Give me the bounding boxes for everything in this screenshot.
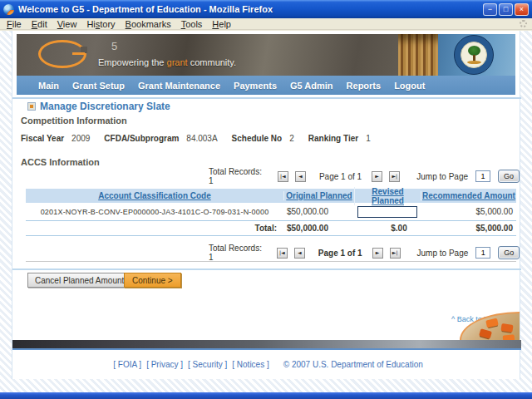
copyright-text: © 2007 U.S. Department of Education <box>283 360 423 369</box>
total-recommended-amount: $5,000.00 <box>421 224 516 233</box>
col-revised-planned[interactable]: Revised Planned <box>372 187 404 205</box>
ranking-tier-value: 1 <box>366 134 371 143</box>
divider-line <box>26 261 516 262</box>
first-page-button[interactable]: |◄ <box>277 248 288 259</box>
firefox-icon <box>3 4 14 15</box>
nav-grant-setup[interactable]: Grant Setup <box>72 81 125 91</box>
jump-to-page-label: Jump to Page <box>417 249 469 258</box>
window-titlebar: Welcome to G5 - Department of Education … <box>0 0 532 18</box>
fiscal-year-value: 2009 <box>71 134 90 143</box>
bookshelf-photo <box>398 34 438 76</box>
security-link[interactable]: [ Security ] <box>188 360 227 369</box>
nav-main[interactable]: Main <box>38 81 59 91</box>
page-title: Manage Discretionary Slate <box>40 101 170 112</box>
fiscal-year-label: Fiscal Year <box>21 134 64 143</box>
menu-tools[interactable]: Tools <box>176 18 208 30</box>
slate-icon <box>27 102 36 111</box>
go-button[interactable]: Go <box>498 170 520 183</box>
table-header-row: Account Classification Code Original Pla… <box>26 189 516 203</box>
foia-link[interactable]: [ FOIA ] <box>113 360 141 369</box>
continue-button[interactable]: Continue > <box>124 273 181 288</box>
page-content: 5 Empowering the grant community. Main G… <box>12 31 520 379</box>
g5-logo-five: 5 <box>111 40 117 52</box>
privacy-link[interactable]: [ Privacy ] <box>146 360 183 369</box>
menu-help[interactable]: Help <box>207 18 236 30</box>
prev-page-button[interactable]: ◄ <box>295 171 306 182</box>
menu-edit[interactable]: Edit <box>27 18 52 30</box>
cancel-planned-amount-button[interactable]: Cancel Planned Amount <box>27 273 131 288</box>
last-page-button[interactable]: ►| <box>389 171 400 182</box>
activity-throbber-icon <box>520 20 527 27</box>
next-page-button[interactable]: ► <box>372 171 382 182</box>
taskbar-strip <box>0 392 532 399</box>
last-page-button[interactable]: ►| <box>390 248 401 259</box>
window-title: Welcome to G5 - Department of Education … <box>18 4 273 14</box>
page-indicator: Page 1 of 1 <box>319 172 362 181</box>
section-divider <box>12 268 521 270</box>
browser-menubar: File Edit View History Bookmarks Tools H… <box>0 18 532 30</box>
page-indicator: Page 1 of 1 <box>318 249 362 258</box>
g5-logo: 5 <box>38 40 86 68</box>
banner-tagline: Empowering the grant community. <box>98 57 236 67</box>
accs-info-heading: ACCS Information <box>21 157 100 167</box>
nav-grant-maintenance[interactable]: Grant Maintenance <box>138 81 220 91</box>
original-planned-cell: $50,000.00 <box>283 207 354 216</box>
col-original-planned[interactable]: Original Planned <box>286 191 352 200</box>
account-code-cell: 0201X-NOYR-B-CONV-EP000000-JA3-4101C-O-7… <box>26 208 283 216</box>
menu-file[interactable]: File <box>2 18 27 30</box>
jump-to-page-input[interactable] <box>475 170 490 182</box>
notices-link[interactable]: [ Notices ] <box>232 360 268 369</box>
schedule-no-label: Schedule No <box>232 134 283 143</box>
total-records: Total Records: 1 <box>209 244 264 262</box>
total-original-planned: $50,000.00 <box>283 224 354 233</box>
competition-fields: Fiscal Year 2009 CFDA/Subprogram 84.003A… <box>21 134 385 143</box>
minimize-button[interactable]: − <box>483 3 497 16</box>
total-revised-planned: $.00 <box>354 224 421 233</box>
cfda-label: CFDA/Subprogram <box>104 134 179 143</box>
prev-page-button[interactable]: ◄ <box>294 248 305 259</box>
pagination-bottom: Total Records: 1 |◄ ◄ Page 1 of 1 ► ►| J… <box>209 244 520 262</box>
nav-logout[interactable]: Logout <box>394 81 425 91</box>
total-label: Total: <box>26 224 283 233</box>
total-records: Total Records: 1 <box>209 167 264 185</box>
first-page-button[interactable]: |◄ <box>278 171 288 182</box>
col-account-classification-code[interactable]: Account Classification Code <box>98 191 211 200</box>
close-button[interactable]: × <box>515 3 529 16</box>
ranking-tier-label: Ranking Tier <box>308 134 358 143</box>
table-row: 0201X-NOYR-B-CONV-EP000000-JA3-4101C-O-7… <box>26 203 516 220</box>
footer-photo-bar <box>12 340 521 350</box>
menu-history[interactable]: History <box>81 18 120 30</box>
menu-view[interactable]: View <box>52 18 82 30</box>
revised-planned-input[interactable] <box>357 206 417 218</box>
education-dept-seal <box>454 35 494 75</box>
next-page-button[interactable]: ► <box>372 248 383 259</box>
restore-button[interactable]: □ <box>499 3 513 16</box>
browser-window: Welcome to G5 - Department of Education … <box>0 0 532 399</box>
nav-payments[interactable]: Payments <box>234 81 277 91</box>
table-total-row: Total: $50,000.00 $.00 $5,000.00 <box>26 220 516 236</box>
schedule-no-value: 2 <box>289 134 294 143</box>
recommended-amount-cell: $5,000.00 <box>421 207 516 216</box>
competition-info-heading: Competition Information <box>21 116 127 126</box>
jump-to-page-label: Jump to Page <box>416 172 468 181</box>
col-recommended-amount[interactable]: Recommended Amount <box>422 191 515 200</box>
page-background: 5 Empowering the grant community. Main G… <box>0 31 532 392</box>
nav-divider <box>12 97 521 99</box>
pagination-top: Total Records: 1 |◄ ◄ Page 1 of 1 ► ►| J… <box>209 167 520 185</box>
jump-to-page-input[interactable] <box>475 247 490 259</box>
menu-bookmarks[interactable]: Bookmarks <box>121 18 176 30</box>
page-title-row: Manage Discretionary Slate <box>27 101 170 112</box>
go-button[interactable]: Go <box>498 246 520 259</box>
g5-banner: 5 Empowering the grant community. <box>17 34 515 76</box>
page-footer: [ FOIA ] [ Privacy ] [ Security ] [ Noti… <box>12 360 521 369</box>
main-navbar: Main Grant Setup Grant Maintenance Payme… <box>17 76 515 95</box>
cfda-value: 84.003A <box>186 134 217 143</box>
nav-g5-admin[interactable]: G5 Admin <box>290 81 333 91</box>
accs-table: Account Classification Code Original Pla… <box>26 189 516 236</box>
nav-reports[interactable]: Reports <box>347 81 382 91</box>
